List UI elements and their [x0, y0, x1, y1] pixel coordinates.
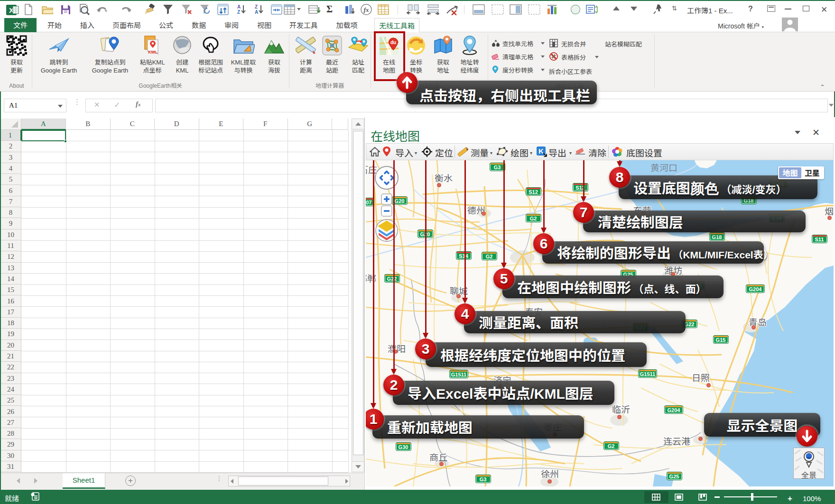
svg-text:K: K — [538, 147, 544, 155]
